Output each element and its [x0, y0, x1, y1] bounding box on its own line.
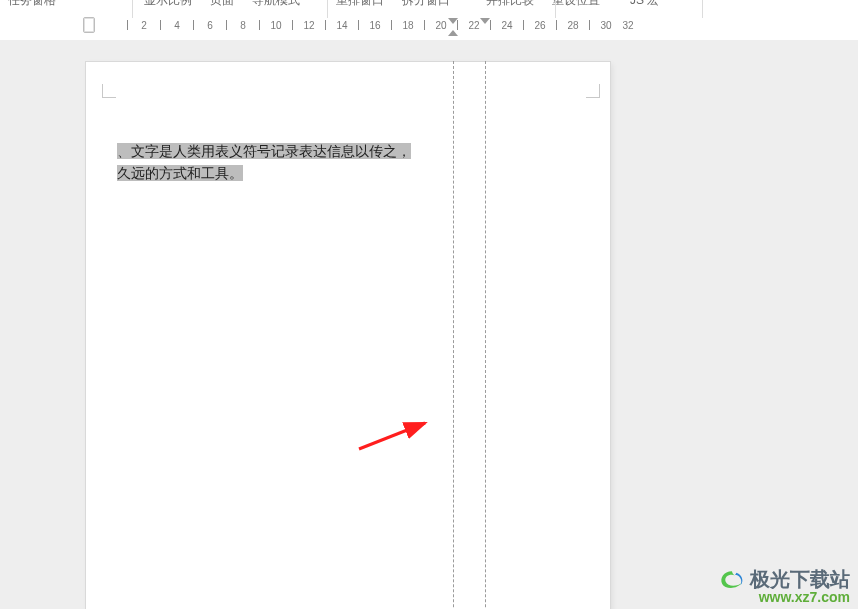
selected-text-line1: 、文字是人类用表义符号记录表达信息以传之， — [117, 143, 411, 159]
ribbon-items: 任务窗格 显示比例 页面 导航模式 重排窗口 拆分窗口 并排比较 重设位置 JS… — [0, 0, 858, 10]
ruler-label: 4 — [174, 20, 180, 31]
document-page[interactable]: 、文字是人类用表义符号记录表达信息以传之， 久远的方式和工具。 — [86, 62, 610, 609]
page-corner-tr — [582, 80, 600, 98]
site-watermark: 极光下载站 www.xz7.com — [718, 568, 850, 605]
horizontal-ruler[interactable]: 2 4 6 8 10 12 14 16 18 20 22 24 26 28 30… — [80, 20, 858, 38]
ruler-label: 22 — [468, 20, 479, 31]
right-indent-marker-2[interactable] — [480, 18, 490, 24]
ruler-label: 30 — [600, 20, 611, 31]
ruler-label: 24 — [501, 20, 512, 31]
selected-text-block[interactable]: 、文字是人类用表义符号记录表达信息以传之， 久远的方式和工具。 — [117, 140, 453, 184]
ruler-label: 16 — [369, 20, 380, 31]
app-root: { "toolbar": { "task_pane": "任务窗格", "vie… — [0, 0, 858, 609]
ruler-label: 10 — [270, 20, 281, 31]
reset-position-button[interactable]: 重设位置 — [552, 0, 600, 9]
ruler-left-stop[interactable] — [83, 17, 95, 33]
split-window-button[interactable]: 拆分窗口 — [402, 0, 450, 9]
page-view-button[interactable]: 页面 — [210, 0, 234, 9]
ruler-label: 26 — [534, 20, 545, 31]
watermark-logo-icon — [718, 568, 746, 590]
task-pane-toggle[interactable]: 任务窗格 — [8, 0, 56, 9]
ruler-label: 18 — [402, 20, 413, 31]
side-by-side-button[interactable]: 并排比较 — [486, 0, 534, 9]
arrange-windows-button[interactable]: 重排窗口 — [336, 0, 384, 9]
ruler-label: 12 — [303, 20, 314, 31]
nav-mode-button[interactable]: 导航模式 — [252, 0, 300, 9]
column-guide-right[interactable] — [485, 61, 486, 609]
ruler-area: 2 4 6 8 10 12 14 16 18 20 22 24 26 28 30… — [0, 18, 858, 40]
ribbon-toolbar: 任务窗格 显示比例 页面 导航模式 重排窗口 拆分窗口 并排比较 重设位置 JS… — [0, 0, 858, 19]
watermark-title: 极光下载站 — [750, 569, 850, 590]
selected-text-line2: 久远的方式和工具。 — [117, 165, 243, 181]
ruler-label: 32 — [622, 20, 633, 31]
watermark-url: www.xz7.com — [718, 590, 850, 605]
left-indent-marker[interactable] — [448, 30, 458, 36]
js-macro-button[interactable]: JS 宏 — [630, 0, 659, 9]
ruler-label: 2 — [141, 20, 147, 31]
ruler-label: 8 — [240, 20, 246, 31]
document-workspace: 、文字是人类用表义符号记录表达信息以传之， 久远的方式和工具。 — [0, 40, 858, 609]
page-corner-tl — [102, 80, 120, 98]
ruler-label: 20 — [435, 20, 446, 31]
zoom-button[interactable]: 显示比例 — [144, 0, 192, 9]
right-indent-marker[interactable] — [448, 18, 458, 24]
ruler-label: 28 — [567, 20, 578, 31]
column-guide-left[interactable] — [453, 61, 454, 609]
ruler-label: 14 — [336, 20, 347, 31]
ruler-label: 6 — [207, 20, 213, 31]
